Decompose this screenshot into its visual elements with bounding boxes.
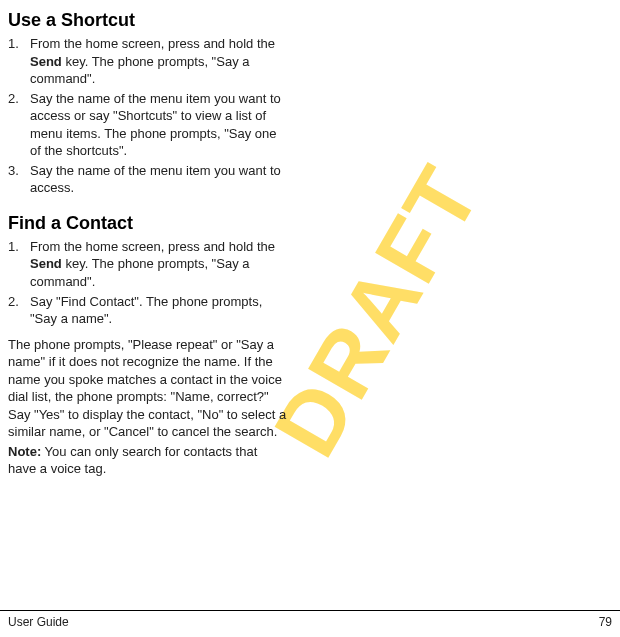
- step-text-bold: Send: [30, 256, 62, 271]
- note-label: Note:: [8, 444, 41, 459]
- page-footer: User Guide 79: [0, 610, 620, 629]
- step-text-post: key. The phone prompts, "Say a command".: [30, 256, 249, 289]
- step-text-pre: From the home screen, press and hold the: [30, 36, 275, 51]
- text-column: Use a Shortcut From the home screen, pre…: [8, 10, 288, 478]
- list-item: Say "Find Contact". The phone prompts, "…: [8, 293, 288, 328]
- list-item: Say the name of the menu item you want t…: [8, 162, 288, 197]
- footer-page-number: 79: [599, 615, 612, 629]
- list-item: Say the name of the menu item you want t…: [8, 90, 288, 160]
- note-paragraph: Note: You can only search for contacts t…: [8, 443, 288, 478]
- list-item: From the home screen, press and hold the…: [8, 35, 288, 88]
- body-paragraph: The phone prompts, "Please repeat" or "S…: [8, 336, 288, 441]
- list-item: From the home screen, press and hold the…: [8, 238, 288, 291]
- note-text: You can only search for contacts that ha…: [8, 444, 257, 477]
- heading-use-shortcut: Use a Shortcut: [8, 10, 288, 31]
- section2-list: From the home screen, press and hold the…: [8, 238, 288, 328]
- footer-left: User Guide: [8, 615, 69, 629]
- heading-find-contact: Find a Contact: [8, 213, 288, 234]
- step-text-post: key. The phone prompts, "Say a command".: [30, 54, 249, 87]
- section1-list: From the home screen, press and hold the…: [8, 35, 288, 197]
- step-text-bold: Send: [30, 54, 62, 69]
- page-body: Use a Shortcut From the home screen, pre…: [0, 0, 620, 490]
- step-text-pre: From the home screen, press and hold the: [30, 239, 275, 254]
